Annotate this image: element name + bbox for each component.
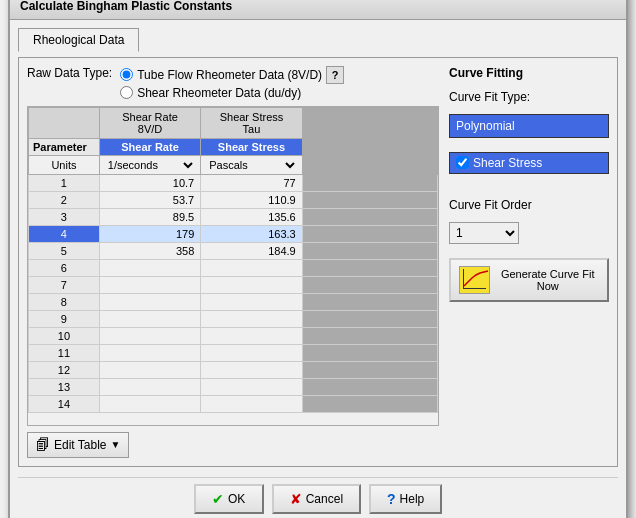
cancel-label: Cancel [306, 492, 343, 506]
row-shear-stress[interactable]: 77 [201, 174, 302, 191]
data-table-container: Shear Rate 8V/D Shear Stress Tau [27, 106, 439, 426]
shear-stress-checkbox-label: Shear Stress [473, 156, 542, 170]
curve-fit-order-select[interactable]: 1 2 3 [449, 222, 519, 244]
edit-table-icon: 🗐 [36, 437, 50, 453]
help-footer-button[interactable]: ? Help [369, 484, 442, 514]
row-shear-stress[interactable]: 184.9 [201, 242, 302, 259]
curve-fitting-title: Curve Fitting [449, 66, 609, 80]
row-shear-rate[interactable] [99, 310, 200, 327]
help-button[interactable]: ? [326, 66, 344, 84]
row-shear-rate[interactable] [99, 327, 200, 344]
chart-curve-svg [464, 268, 490, 288]
param-col3 [302, 138, 437, 155]
table-row[interactable]: 4179163.3 [29, 225, 438, 242]
table-row[interactable]: 110.777 [29, 174, 438, 191]
shear-stress-checkbox[interactable] [456, 156, 469, 169]
row-number: 10 [29, 327, 100, 344]
row-extra [302, 242, 437, 259]
help-footer-label: Help [400, 492, 425, 506]
row-shear-stress[interactable] [201, 361, 302, 378]
row-shear-stress[interactable] [201, 293, 302, 310]
row-shear-stress[interactable]: 135.6 [201, 208, 302, 225]
table-body: 110.777253.7110.9389.5135.64179163.35358… [29, 174, 438, 412]
row-shear-stress[interactable]: 110.9 [201, 191, 302, 208]
edit-table-button[interactable]: 🗐 Edit Table ▼ [27, 432, 129, 458]
row-extra [302, 344, 437, 361]
row-shear-stress[interactable] [201, 310, 302, 327]
row-shear-rate[interactable] [99, 361, 200, 378]
units-shear-rate-select[interactable]: 1/seconds [104, 158, 196, 172]
dialog-body: Rheological Data Raw Data Type: Tube Flo… [10, 20, 626, 519]
row-shear-rate[interactable] [99, 344, 200, 361]
table-row[interactable]: 8 [29, 293, 438, 310]
radio-shear-rheometer: Shear Rheometer Data (du/dy) [120, 86, 344, 100]
row-shear-rate[interactable]: 53.7 [99, 191, 200, 208]
row-shear-rate[interactable] [99, 378, 200, 395]
row-extra [302, 259, 437, 276]
row-shear-rate[interactable]: 89.5 [99, 208, 200, 225]
ok-label: OK [228, 492, 245, 506]
data-table: Shear Rate 8V/D Shear Stress Tau [28, 107, 438, 413]
row-shear-stress[interactable] [201, 395, 302, 412]
generate-curve-fit-button[interactable]: Generate Curve Fit Now [449, 258, 609, 302]
row-shear-stress[interactable] [201, 378, 302, 395]
table-row[interactable]: 389.5135.6 [29, 208, 438, 225]
radio-group: Tube Flow Rheometer Data (8V/D) ? Shear … [120, 66, 344, 100]
row-shear-stress[interactable] [201, 276, 302, 293]
generate-btn-label: Generate Curve Fit Now [496, 268, 599, 292]
shear-stress-checkbox-row: Shear Stress [449, 152, 609, 174]
generate-curve-fit-icon [459, 266, 490, 294]
units-col0: Units [29, 155, 100, 174]
row-number: 6 [29, 259, 100, 276]
curve-fit-type-label: Curve Fit Type: [449, 90, 609, 104]
param-col2: Shear Stress [201, 138, 302, 155]
units-shear-stress-select[interactable]: Pascals [205, 158, 297, 172]
row-shear-rate[interactable] [99, 276, 200, 293]
row-shear-stress[interactable]: 163.3 [201, 225, 302, 242]
main-dialog: Calculate Bingham Plastic Constants Rheo… [8, 0, 628, 518]
row-number: 11 [29, 344, 100, 361]
row-shear-rate[interactable] [99, 259, 200, 276]
row-extra [302, 208, 437, 225]
row-number: 3 [29, 208, 100, 225]
row-shear-rate[interactable] [99, 293, 200, 310]
table-row[interactable]: 253.7110.9 [29, 191, 438, 208]
dialog-title: Calculate Bingham Plastic Constants [20, 0, 232, 13]
row-extra [302, 191, 437, 208]
radio-shear-rheometer-input[interactable] [120, 86, 133, 99]
row-shear-rate[interactable]: 358 [99, 242, 200, 259]
row-shear-rate[interactable]: 10.7 [99, 174, 200, 191]
table-row[interactable]: 14 [29, 395, 438, 412]
row-shear-rate[interactable]: 179 [99, 225, 200, 242]
table-scroll[interactable]: Shear Rate 8V/D Shear Stress Tau [28, 107, 438, 425]
ok-button[interactable]: ✔ OK [194, 484, 264, 514]
row-shear-stress[interactable] [201, 344, 302, 361]
table-row[interactable]: 5358184.9 [29, 242, 438, 259]
units-row: Units 1/seconds Pasc [29, 155, 438, 174]
row-number: 13 [29, 378, 100, 395]
title-bar: Calculate Bingham Plastic Constants [10, 0, 626, 20]
row-extra [302, 310, 437, 327]
table-row[interactable]: 7 [29, 276, 438, 293]
table-row[interactable]: 10 [29, 327, 438, 344]
table-row[interactable]: 6 [29, 259, 438, 276]
row-shear-stress[interactable] [201, 259, 302, 276]
table-row[interactable]: 9 [29, 310, 438, 327]
radio-tube-flow-label: Tube Flow Rheometer Data (8V/D) [137, 68, 322, 82]
table-row[interactable]: 11 [29, 344, 438, 361]
cancel-button[interactable]: ✘ Cancel [272, 484, 361, 514]
curve-fit-type-box[interactable]: Polynomial [449, 114, 609, 138]
row-extra [302, 395, 437, 412]
curve-fit-order-label: Curve Fit Order [449, 198, 609, 212]
units-col3 [302, 155, 437, 174]
main-area: Raw Data Type: Tube Flow Rheometer Data … [27, 66, 609, 458]
curve-fit-type-value: Polynomial [456, 119, 515, 133]
tab-content: Raw Data Type: Tube Flow Rheometer Data … [18, 57, 618, 467]
row-shear-stress[interactable] [201, 327, 302, 344]
table-row[interactable]: 12 [29, 361, 438, 378]
row-shear-rate[interactable] [99, 395, 200, 412]
table-row[interactable]: 13 [29, 378, 438, 395]
radio-tube-flow-input[interactable] [120, 68, 133, 81]
edit-table-area: 🗐 Edit Table ▼ [27, 432, 439, 458]
tab-rheological-data[interactable]: Rheological Data [18, 28, 139, 52]
